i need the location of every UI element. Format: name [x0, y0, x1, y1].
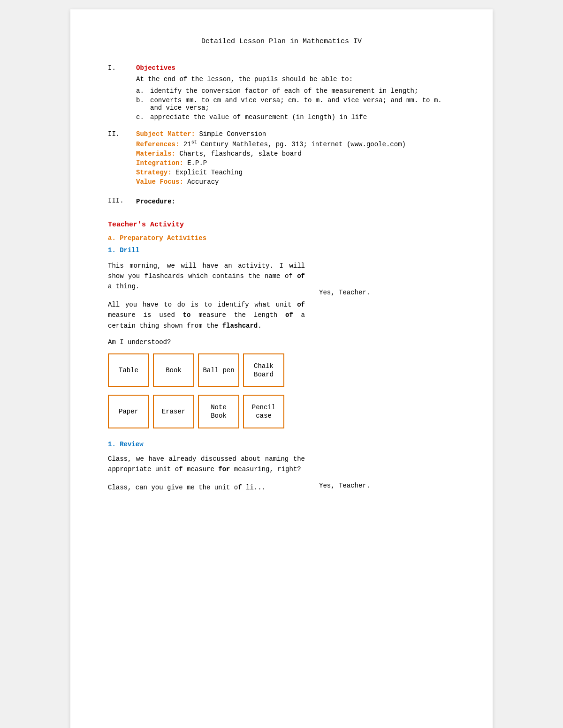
- subject-matter-content: Subject Matter: Simple Conversion Refere…: [136, 130, 406, 188]
- review-right-col: Yes, Teacher.: [305, 454, 455, 500]
- section-procedure: III. Procedure:: [108, 197, 455, 207]
- objective-a: a. identify the conversion factor of eac…: [136, 87, 455, 95]
- review-para1: Class, we have already discussed about n…: [108, 454, 305, 475]
- section-subject-matter: II. Subject Matter: Simple Conversion Re…: [108, 130, 455, 188]
- integration-value: E.P.P: [187, 159, 207, 167]
- objective-b-text: converts mm. to cm and vice versa; cm. t…: [150, 97, 455, 112]
- card-book: Book: [153, 353, 194, 387]
- objectives-header: I. Objectives: [108, 64, 455, 72]
- yes-teacher-2: Yes, Teacher.: [319, 482, 370, 489]
- card-paper: Paper: [108, 395, 149, 428]
- objectives-label: Objectives: [136, 64, 175, 72]
- strategy-line: Strategy: Explicit Teaching: [136, 169, 406, 176]
- procedure-header: III. Procedure:: [108, 197, 455, 207]
- review-label: 1. Review: [108, 441, 455, 448]
- objective-c-text: appreciate the value of measurement (in …: [150, 113, 367, 121]
- objectives-content: At the end of the lesson, the pupils sho…: [136, 75, 455, 121]
- subject-matter-value: Simple Conversion: [199, 130, 266, 138]
- review-para2: Class, can you give me the unit of li...: [108, 482, 305, 493]
- strategy-label: Strategy:: [136, 169, 175, 176]
- letter-a: a.: [136, 87, 145, 95]
- letter-b: b.: [136, 97, 145, 112]
- drill-label: 1. Drill: [108, 247, 455, 254]
- references-link: www.goole.com: [350, 141, 402, 148]
- letter-c: c.: [136, 113, 145, 121]
- drill-para1: This morning, we will have an activity. …: [108, 261, 305, 292]
- drill-para2: All you have to do is to identify what u…: [108, 300, 305, 331]
- references-text: 21st Century Mathletes, pg. 313; interne…: [183, 141, 406, 148]
- cards-row-2: Paper Eraser NoteBook Pencilcase: [108, 395, 305, 428]
- subject-matter-header: II. Subject Matter: Simple Conversion Re…: [108, 130, 455, 188]
- integration-label: Integration:: [136, 159, 187, 167]
- references-line: References: 21st Century Mathletes, pg. …: [136, 140, 406, 148]
- document-page: Detailed Lesson Plan in Mathematics IV I…: [70, 9, 493, 728]
- objective-b: b. converts mm. to cm and vice versa; cm…: [136, 97, 455, 112]
- card-pencilcase: Pencilcase: [243, 395, 284, 428]
- am-understood-text: Am I understood?: [108, 338, 305, 346]
- roman-one: I.: [108, 64, 127, 72]
- review-left-col: Class, we have already discussed about n…: [108, 454, 305, 500]
- materials-value: Charts, flashcards, slate board: [179, 150, 301, 158]
- strategy-value: Explicit Teaching: [175, 169, 243, 176]
- objectives-list: a. identify the conversion factor of eac…: [136, 87, 455, 121]
- subject-matter-line: Subject Matter: Simple Conversion: [136, 130, 406, 138]
- card-eraser: Eraser: [153, 395, 194, 428]
- references-label: References:: [136, 141, 183, 148]
- preparatory-activities-label: a. Preparatory Activities: [108, 234, 455, 242]
- value-value: Accuracy: [187, 178, 219, 186]
- integration-line: Integration: E.P.P: [136, 159, 406, 167]
- card-ballpen: Ball pen: [198, 353, 239, 387]
- roman-two: II.: [108, 130, 127, 188]
- roman-three: III.: [108, 197, 127, 207]
- page-title: Detailed Lesson Plan in Mathematics IV: [108, 38, 455, 45]
- teacher-activity-section: Teacher's Activity a. Preparatory Activi…: [108, 221, 455, 501]
- objectives-intro: At the end of the lesson, the pupils sho…: [136, 75, 455, 84]
- value-label: Value Focus:: [136, 178, 187, 186]
- yes-teacher-1: Yes, Teacher.: [319, 289, 370, 296]
- drill-content: This morning, we will have an activity. …: [108, 261, 455, 436]
- objective-a-text: identify the conversion factor of each o…: [150, 87, 418, 95]
- section-objectives: I. Objectives At the end of the lesson, …: [108, 64, 455, 121]
- card-chalkboard: ChalkBoard: [243, 353, 284, 387]
- teacher-activity-header: Teacher's Activity: [108, 221, 455, 229]
- card-notebook: NoteBook: [198, 395, 239, 428]
- procedure-label: Procedure:: [136, 197, 175, 207]
- card-table: Table: [108, 353, 149, 387]
- right-column: Yes, Teacher.: [305, 261, 455, 436]
- subject-matter-label: Subject Matter:: [136, 130, 199, 138]
- review-content: Class, we have already discussed about n…: [108, 454, 455, 500]
- value-line: Value Focus: Accuracy: [136, 178, 406, 186]
- st-superscript: st: [191, 140, 197, 145]
- objective-c: c. appreciate the value of measurement (…: [136, 113, 455, 121]
- materials-label: Materials:: [136, 150, 179, 158]
- left-column: This morning, we will have an activity. …: [108, 261, 305, 436]
- cards-row-1: Table Book Ball pen ChalkBoard: [108, 353, 305, 387]
- materials-line: Materials: Charts, flashcards, slate boa…: [136, 150, 406, 158]
